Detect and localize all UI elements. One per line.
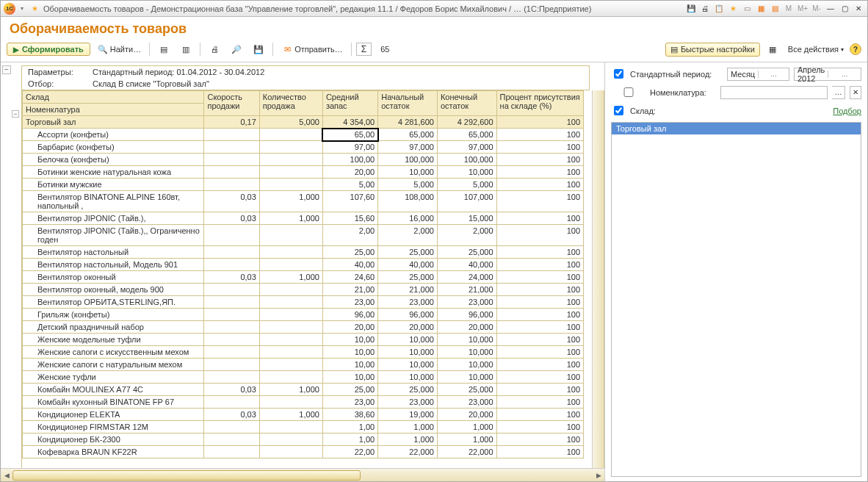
table-cell[interactable]: 40,00 — [322, 259, 377, 271]
table-cell[interactable]: 10,00 — [322, 359, 377, 371]
table-cell[interactable]: 100 — [496, 259, 583, 271]
table-cell[interactable]: 100 — [496, 225, 583, 246]
table-cell[interactable]: 22,000 — [437, 446, 496, 458]
table-cell[interactable]: 25,000 — [378, 246, 438, 259]
table-cell[interactable] — [204, 284, 259, 296]
table-row[interactable]: Вентилятор оконный0,031,00024,6025,00024… — [23, 271, 584, 284]
table-cell[interactable]: 10,00 — [322, 346, 377, 359]
table-cell[interactable] — [204, 446, 259, 458]
col-nomenclature[interactable]: Номенклатура — [23, 104, 204, 116]
table-cell[interactable]: Ботинки женские натуральная кожа — [23, 166, 204, 179]
table-cell[interactable] — [259, 434, 322, 446]
list-item[interactable]: Торговый зал — [612, 123, 861, 134]
table-cell[interactable] — [204, 296, 259, 309]
table-cell[interactable]: 100 — [496, 346, 583, 359]
table-cell[interactable]: 10,000 — [378, 371, 438, 384]
table-row[interactable]: Грильяж (конфеты)96,0096,00096,000100 — [23, 309, 584, 321]
vertical-scrollbar[interactable] — [592, 90, 604, 468]
table-cell[interactable]: 23,000 — [378, 396, 438, 409]
table-cell[interactable]: Кофеварка BRAUN KF22R — [23, 446, 204, 458]
table-cell[interactable]: 4 281,600 — [378, 116, 438, 129]
nomenclature-ellipsis-button[interactable]: … — [832, 86, 845, 99]
table-cell[interactable]: 20,000 — [378, 321, 438, 334]
table-cell[interactable]: 100 — [496, 246, 583, 259]
table-cell[interactable]: 108,000 — [378, 191, 438, 212]
col-qty[interactable]: Количество продажа — [259, 91, 322, 116]
table-row[interactable]: Кондиционер FIRMSTAR 12M1,001,0001,00010… — [23, 421, 584, 434]
table-cell[interactable]: Кондиционер FIRMSTAR 12M — [23, 421, 204, 434]
table-cell[interactable]: 25,000 — [437, 384, 496, 396]
table-cell[interactable]: 10,00 — [322, 334, 377, 346]
table-cell[interactable] — [204, 371, 259, 384]
table-cell[interactable]: 15,000 — [437, 212, 496, 225]
table-cell[interactable]: 100 — [496, 434, 583, 446]
table-cell[interactable]: 100 — [496, 166, 583, 179]
table-cell[interactable]: 0,03 — [204, 271, 259, 284]
table-row[interactable]: Белочка (конфеты)100,00100,000100,000100 — [23, 154, 584, 166]
find-button[interactable]: 🔍Найти… — [93, 41, 145, 57]
warehouse-checkbox[interactable] — [614, 106, 623, 115]
table-cell[interactable] — [259, 446, 322, 458]
table-cell[interactable]: Белочка (конфеты) — [23, 154, 204, 166]
table-cell[interactable]: 100 — [496, 446, 583, 458]
preview-button[interactable]: 🔎 — [227, 41, 246, 57]
table-cell[interactable]: 23,000 — [378, 296, 438, 309]
table-cell[interactable]: 100 — [496, 371, 583, 384]
col-presence[interactable]: Процент присутствия на складе (%) — [496, 91, 583, 116]
clipboard-icon[interactable]: 📋 — [713, 3, 725, 15]
table-cell[interactable]: 20,000 — [437, 321, 496, 334]
table-cell[interactable]: 100 — [496, 129, 583, 141]
table-cell[interactable]: Ботинки мужские — [23, 179, 204, 191]
table-cell[interactable]: 38,60 — [322, 409, 377, 421]
table-cell[interactable]: 1,000 — [259, 271, 322, 284]
table-cell[interactable]: 4 292,600 — [437, 116, 496, 129]
table-cell[interactable]: Вентилятор BINATONE ALPINE 160вт, наполь… — [23, 191, 204, 212]
table-cell[interactable]: 10,000 — [437, 359, 496, 371]
table-cell[interactable]: Комбайн кухонный BINATONE FP 67 — [23, 396, 204, 409]
table-cell[interactable]: 0,03 — [204, 409, 259, 421]
print-button[interactable]: 🖨 — [205, 41, 224, 57]
table-cell[interactable] — [259, 359, 322, 371]
table-cell[interactable]: 1,00 — [322, 434, 377, 446]
table-cell[interactable]: 23,000 — [437, 296, 496, 309]
table-cell[interactable]: 21,000 — [378, 284, 438, 296]
table-cell[interactable]: 40,000 — [378, 259, 438, 271]
params-collapse-handle[interactable]: − — [2, 65, 11, 74]
table-cell[interactable]: 65,00 — [322, 129, 377, 141]
table-cell[interactable]: 19,000 — [378, 409, 438, 421]
table-cell[interactable] — [259, 179, 322, 191]
table-cell[interactable]: 10,000 — [378, 359, 438, 371]
group-collapse-handle[interactable]: − — [12, 110, 19, 118]
table-cell[interactable]: 100 — [496, 179, 583, 191]
table-cell[interactable]: Грильяж (конфеты) — [23, 309, 204, 321]
table-cell[interactable]: Вентилятор JIPONIC (Тайв.), — [23, 212, 204, 225]
table-cell[interactable]: 15,60 — [322, 212, 377, 225]
table-row[interactable]: Женские сапоги с натуральным мехом10,001… — [23, 359, 584, 371]
table-cell[interactable]: Женские сапоги с искусственным мехом — [23, 346, 204, 359]
nomenclature-clear-button[interactable]: ✕ — [850, 86, 861, 99]
table-cell[interactable]: 20,000 — [437, 409, 496, 421]
table-cell[interactable]: 97,00 — [322, 141, 377, 154]
table-cell[interactable]: Торговый зал — [23, 116, 204, 129]
table-cell[interactable]: 25,000 — [378, 271, 438, 284]
table-cell[interactable] — [204, 434, 259, 446]
table-row[interactable]: Ботинки женские натуральная кожа20,0010,… — [23, 166, 584, 179]
table-cell[interactable]: 100 — [496, 212, 583, 225]
table-cell[interactable]: 107,000 — [437, 191, 496, 212]
table-cell[interactable] — [204, 396, 259, 409]
ellipsis-icon[interactable]: … — [828, 71, 861, 78]
table-cell[interactable]: 10,00 — [322, 371, 377, 384]
table-cell[interactable]: 0,17 — [204, 116, 259, 129]
app-menu-dropdown-icon[interactable]: ▾ — [18, 5, 26, 12]
calculator-icon[interactable]: ▦ — [755, 3, 767, 15]
table-row[interactable]: Детский праздничный набор20,0020,00020,0… — [23, 321, 584, 334]
table-cell[interactable] — [204, 259, 259, 271]
table-cell[interactable]: Женские модельные туфли — [23, 334, 204, 346]
nomenclature-checkbox[interactable] — [614, 87, 643, 97]
table-cell[interactable]: 10,000 — [378, 346, 438, 359]
quick-settings-button[interactable]: ▤Быстрые настройки — [665, 43, 760, 57]
table-cell[interactable] — [259, 154, 322, 166]
table-cell[interactable]: 22,000 — [378, 446, 438, 458]
table-cell[interactable]: 40,000 — [437, 259, 496, 271]
table-cell[interactable]: 5,000 — [259, 116, 322, 129]
